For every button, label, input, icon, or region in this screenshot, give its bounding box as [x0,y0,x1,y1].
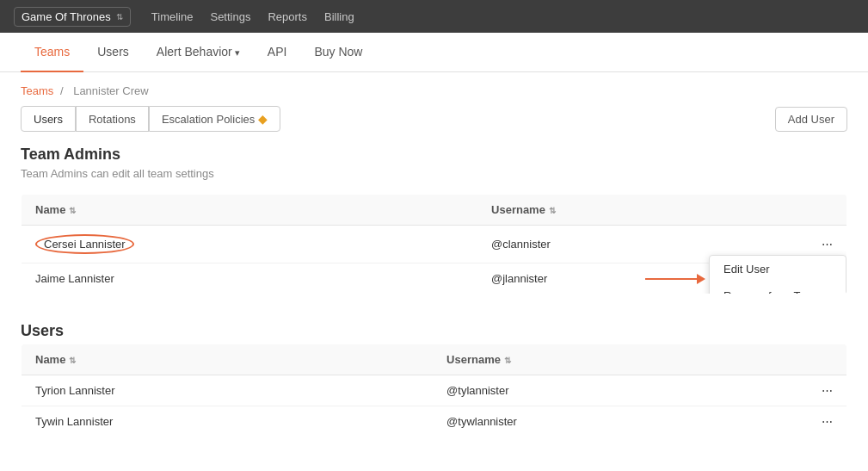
team-admins-title: Team Admins [21,146,847,164]
section-tabs: Users Rotations Escalation Policies ◆ Ad… [0,106,868,146]
nav-billing[interactable]: Billing [324,10,354,23]
team-admins-desc: Team Admins can edit all team settings [21,167,847,180]
users-col-name-header: Name ⇅ [22,344,434,375]
users-table: Name ⇅ Username ⇅ Tyrion Lannister @tyla… [21,344,847,437]
table-row: Tywin Lannister @tywlannister ⋯ [22,406,847,437]
breadcrumb-teams-link[interactable]: Teams [21,84,53,97]
breadcrumb-separator: / [60,84,66,97]
sub-nav: Teams Users Alert Behavior API Buy Now [0,33,868,72]
team-admins-section: Team Admins Team Admins can edit all tea… [21,146,847,294]
users-section: Users Name ⇅ Username ⇅ Tyr [21,322,847,437]
username-sort-icon[interactable]: ⇅ [549,206,556,215]
col-username-header: Username ⇅ [477,195,808,226]
app-selector[interactable]: Game Of Thrones ⇅ [14,7,131,27]
nav-timeline[interactable]: Timeline [151,10,194,23]
app-name: Game Of Thrones [22,10,111,23]
subnav-buy-now[interactable]: Buy Now [300,33,376,72]
context-menu-remove-from-team[interactable]: Remove from Team [710,282,846,294]
table-row: Jaime Lannister @jlannister Edit User [22,263,847,294]
arrow-pointer [645,274,705,284]
nav-reports[interactable]: Reports [268,10,307,23]
cell-username: @tywlannister [433,406,808,437]
cell-name: Jaime Lannister [22,263,478,294]
subnav-users[interactable]: Users [83,33,143,72]
row-action-menu[interactable]: ⋯ [808,375,847,406]
name-sort-icon[interactable]: ⇅ [69,206,76,215]
subnav-api[interactable]: API [254,33,301,72]
main-content: Teams Users Alert Behavior API Buy Now T… [0,33,868,471]
add-user-button[interactable]: Add User [775,107,847,132]
tab-users[interactable]: Users [21,106,76,132]
col-name-header: Name ⇅ [22,195,478,226]
tab-escalation-label: Escalation Policies [162,113,255,126]
breadcrumb: Teams / Lannister Crew [0,72,868,106]
arrow-line [645,278,697,280]
nav-settings[interactable]: Settings [210,10,250,23]
tab-escalation-policies[interactable]: Escalation Policies ◆ [149,106,280,132]
cell-name: Tywin Lannister [22,406,434,437]
cell-action: Edit User Remove from Team Remove Team A… [808,263,847,294]
cell-name: Cersei Lannister [22,226,478,263]
row-action-menu[interactable]: ⋯ [808,406,847,437]
top-nav-links: Timeline Settings Reports Billing [151,10,354,23]
users-title: Users [21,322,847,340]
tab-rotations[interactable]: Rotations [76,106,149,132]
cell-name: Tyrion Lannister [22,375,434,406]
subnav-alert-behavior[interactable]: Alert Behavior [143,33,254,72]
users-username-sort-icon[interactable]: ⇅ [504,356,511,365]
context-menu-edit-user[interactable]: Edit User [710,256,846,282]
page-body: Team Admins Team Admins can edit all tea… [0,146,868,437]
lightning-icon: ◆ [258,112,268,126]
table-row: Tyrion Lannister @tylannister ⋯ [22,375,847,406]
cell-username: @tylannister [433,375,808,406]
arrow-head [697,274,705,284]
users-name-sort-icon[interactable]: ⇅ [69,356,76,365]
breadcrumb-current: Lannister Crew [73,84,148,97]
users-col-username-header: Username ⇅ [433,344,808,375]
section-tabs-group: Users Rotations Escalation Policies ◆ [21,106,280,132]
app-chevron: ⇅ [116,12,123,22]
top-nav: Game Of Thrones ⇅ Timeline Settings Repo… [0,0,868,33]
team-admins-table: Name ⇅ Username ⇅ Cersei Lannister [21,194,847,294]
context-menu: Edit User Remove from Team Remove Team A… [709,255,846,294]
subnav-teams[interactable]: Teams [21,33,83,72]
cersei-name: Cersei Lannister [35,234,134,254]
